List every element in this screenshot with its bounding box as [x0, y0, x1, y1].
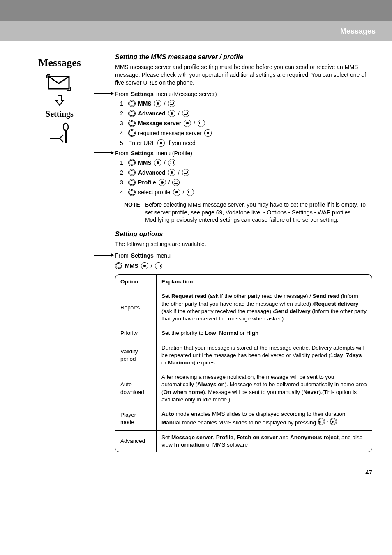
step-label: Enter URL: [128, 140, 155, 146]
sidebar-title: Messages: [25, 57, 95, 69]
step-label: MMS: [138, 100, 152, 107]
steps-server: 1 MMS / 2 Advanced / 3 Message server / …: [115, 100, 372, 147]
menu-icon: [187, 189, 194, 196]
step-label: if you need: [167, 140, 196, 146]
step-row: 5Enter URL if you need: [120, 139, 372, 147]
step-row: 1 MMS /: [120, 100, 372, 107]
from-line-profile: From Settings menu (Profile): [115, 150, 372, 157]
table-row: Player mode Auto mode enables MMS slides…: [115, 407, 372, 430]
option-cell: Validity period: [115, 341, 157, 371]
table-row: Priority Set the priority to Low, Normal…: [115, 326, 372, 341]
table-row: Validity period Duration that your messa…: [115, 341, 372, 371]
select-icon: [141, 262, 148, 269]
table-header-option: Option: [115, 275, 157, 289]
from-suffix: menu (Profile): [156, 150, 192, 157]
step-row: 3 Profile /: [120, 179, 372, 186]
step-label: Profile: [138, 179, 156, 186]
explanation-cell: Set the priority to Low, Normal or High: [157, 326, 372, 341]
from-bold: Settings: [131, 252, 154, 259]
step-row: 1 MMS /: [120, 159, 372, 166]
select-icon: [159, 179, 166, 186]
step-label: Advanced: [138, 110, 166, 117]
steps-profile: 1 MMS / 2 Advanced / 3 Profile / 4 selec…: [115, 159, 372, 196]
step-row: 4 required message server: [120, 129, 372, 137]
menu-icon: [182, 110, 189, 117]
nav-icon: [128, 129, 136, 137]
select-icon: [154, 159, 161, 166]
explanation-cell: Set Message server, Profile, Fetch on se…: [157, 431, 372, 452]
table-row: Auto download After receiving a message …: [115, 370, 372, 407]
sidebar-subtitle: Settings: [25, 109, 95, 119]
option-cell: Advanced: [115, 431, 157, 452]
select-icon: [157, 139, 165, 147]
nav-label: MMS: [125, 263, 138, 269]
menu-icon: [155, 262, 162, 269]
note-label: NOTE: [124, 201, 140, 224]
nav-icon: [115, 262, 122, 269]
nav-line: MMS /: [115, 262, 372, 269]
explanation-cell: Auto mode enables MMS slides to be displ…: [157, 407, 372, 430]
arrow-connector-icon: [94, 255, 113, 256]
nav-icon: [128, 110, 136, 117]
breadcrumb-band: Messages: [0, 21, 392, 41]
menu-icon: [198, 120, 205, 127]
arrow-connector-icon: [94, 93, 113, 94]
step-row: 4 select profile /: [120, 189, 372, 196]
option-cell: Priority: [115, 326, 157, 341]
options-intro: The following settings are available.: [115, 240, 372, 248]
envelope-icon: [45, 72, 74, 93]
nav-icon: [128, 159, 136, 166]
from-bold: Settings: [131, 91, 154, 97]
nav-icon: [128, 179, 136, 186]
main-content: Setting the MMS message server / profile…: [95, 53, 372, 452]
table-row: Reports Set Request read (ask if the oth…: [115, 289, 372, 326]
step-label: Advanced: [138, 169, 166, 176]
explanation-cell: Duration that your message is stored at …: [157, 341, 372, 371]
nav-icon: [128, 189, 136, 196]
from-line-server: From Settings menu (Message server): [115, 91, 372, 97]
nav-icon: [128, 120, 136, 127]
table-header-row: Option Explanation: [115, 275, 372, 289]
option-cell: Auto download: [115, 370, 157, 407]
select-icon: [204, 129, 212, 137]
from-suffix: menu (Message server): [156, 91, 217, 97]
select-icon: [168, 110, 175, 117]
menu-icon: [168, 100, 175, 107]
intro-paragraph: MMS message server and profile setting m…: [115, 63, 372, 87]
step-label: select profile: [138, 189, 171, 196]
section-heading-server: Setting the MMS message server / profile: [115, 53, 372, 61]
options-table: Option Explanation Reports Set Request r…: [115, 274, 372, 452]
arrow-connector-icon: [94, 152, 113, 153]
option-cell: Reports: [115, 289, 157, 326]
select-icon: [184, 120, 191, 127]
menu-icon: [168, 159, 175, 166]
left-icon: [318, 418, 325, 425]
explanation-cell: Set Request read (ask if the other party…: [157, 289, 372, 326]
step-row: 2 Advanced /: [120, 110, 372, 117]
right-icon: [330, 418, 337, 425]
menu-icon: [182, 169, 189, 176]
step-label: required message server: [138, 130, 202, 136]
from-prefix: From: [115, 252, 129, 259]
explanation-cell: After receiving a message notification, …: [157, 370, 372, 407]
step-label: Message server: [138, 120, 181, 127]
sidebar: Messages Settings: [25, 53, 95, 452]
section-heading-options: Setting options: [115, 230, 372, 238]
table-header-explanation: Explanation: [157, 275, 372, 289]
select-icon: [154, 100, 161, 107]
table-row: Advanced Set Message server, Profile, Fe…: [115, 431, 372, 452]
from-suffix: menu: [156, 252, 171, 259]
select-icon: [173, 189, 180, 196]
breadcrumb: Messages: [340, 27, 376, 36]
down-arrow-icon: [55, 94, 65, 106]
from-prefix: From: [115, 91, 129, 97]
from-bold: Settings: [131, 150, 154, 157]
nav-icon: [128, 169, 136, 176]
header-band: [0, 0, 392, 21]
menu-icon: [172, 179, 180, 186]
settings-icon: [47, 122, 72, 147]
from-prefix: From: [115, 150, 129, 157]
note-text: Before selecting MMS message server, you…: [145, 201, 372, 216]
step-row: 2 Advanced /: [120, 169, 372, 176]
page-number: 47: [0, 465, 392, 488]
